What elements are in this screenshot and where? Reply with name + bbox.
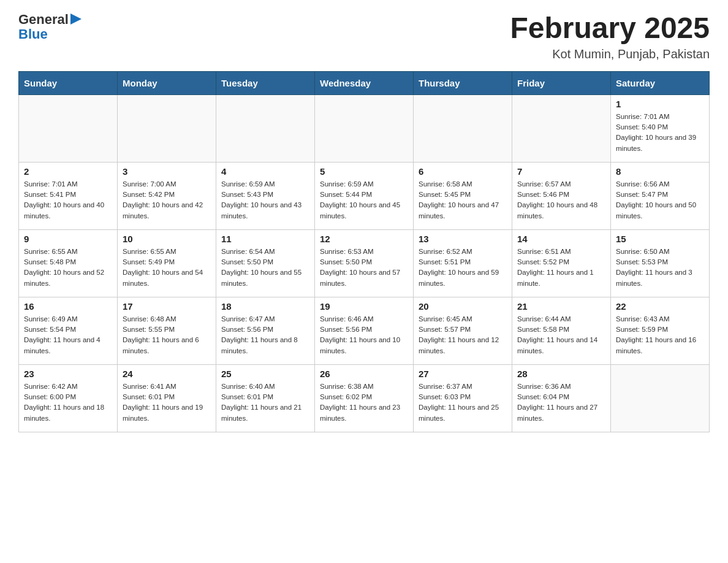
day-of-week-sunday: Sunday bbox=[19, 71, 118, 94]
day-number: 8 bbox=[616, 166, 704, 177]
calendar-cell bbox=[611, 364, 710, 432]
day-number: 26 bbox=[320, 369, 408, 379]
calendar-cell bbox=[19, 94, 118, 162]
calendar-cell: 19Sunrise: 6:46 AMSunset: 5:56 PMDayligh… bbox=[315, 297, 414, 364]
day-number: 21 bbox=[517, 301, 605, 312]
calendar-cell: 15Sunrise: 6:50 AMSunset: 5:53 PMDayligh… bbox=[611, 229, 710, 297]
day-info: Sunrise: 7:01 AMSunset: 5:41 PMDaylight:… bbox=[24, 179, 112, 221]
day-number: 23 bbox=[24, 369, 112, 379]
day-number: 25 bbox=[221, 369, 309, 379]
calendar-cell: 7Sunrise: 6:57 AMSunset: 5:46 PMDaylight… bbox=[512, 162, 611, 229]
logo: General Blue bbox=[18, 12, 82, 42]
calendar-cell: 27Sunrise: 6:37 AMSunset: 6:03 PMDayligh… bbox=[414, 364, 512, 432]
calendar-cell: 20Sunrise: 6:45 AMSunset: 5:57 PMDayligh… bbox=[414, 297, 512, 364]
calendar-cell: 14Sunrise: 6:51 AMSunset: 5:52 PMDayligh… bbox=[512, 229, 611, 297]
day-info: Sunrise: 7:01 AMSunset: 5:40 PMDaylight:… bbox=[616, 112, 704, 154]
calendar-header: SundayMondayTuesdayWednesdayThursdayFrid… bbox=[19, 71, 710, 94]
day-number: 15 bbox=[616, 234, 704, 244]
day-info: Sunrise: 6:48 AMSunset: 5:55 PMDaylight:… bbox=[123, 314, 211, 356]
calendar-body: 1Sunrise: 7:01 AMSunset: 5:40 PMDaylight… bbox=[19, 94, 710, 432]
day-number: 1 bbox=[616, 99, 704, 109]
calendar-cell: 1Sunrise: 7:01 AMSunset: 5:40 PMDaylight… bbox=[611, 94, 710, 162]
week-row-4: 16Sunrise: 6:49 AMSunset: 5:54 PMDayligh… bbox=[19, 297, 710, 364]
calendar-cell: 26Sunrise: 6:38 AMSunset: 6:02 PMDayligh… bbox=[315, 364, 414, 432]
days-of-week-row: SundayMondayTuesdayWednesdayThursdayFrid… bbox=[19, 71, 710, 94]
calendar-cell: 5Sunrise: 6:59 AMSunset: 5:44 PMDaylight… bbox=[315, 162, 414, 229]
day-number: 7 bbox=[517, 166, 605, 177]
calendar-cell: 17Sunrise: 6:48 AMSunset: 5:55 PMDayligh… bbox=[118, 297, 216, 364]
day-number: 28 bbox=[517, 369, 605, 379]
calendar-cell bbox=[414, 94, 512, 162]
calendar-cell: 6Sunrise: 6:58 AMSunset: 5:45 PMDaylight… bbox=[414, 162, 512, 229]
calendar-cell: 24Sunrise: 6:41 AMSunset: 6:01 PMDayligh… bbox=[118, 364, 216, 432]
month-title: February 2025 bbox=[510, 12, 710, 45]
day-number: 9 bbox=[24, 234, 112, 244]
day-of-week-friday: Friday bbox=[512, 71, 611, 94]
day-number: 3 bbox=[123, 166, 211, 177]
day-info: Sunrise: 6:56 AMSunset: 5:47 PMDaylight:… bbox=[616, 179, 704, 221]
day-info: Sunrise: 6:55 AMSunset: 5:49 PMDaylight:… bbox=[123, 247, 211, 289]
day-info: Sunrise: 6:52 AMSunset: 5:51 PMDaylight:… bbox=[419, 247, 507, 289]
week-row-5: 23Sunrise: 6:42 AMSunset: 6:00 PMDayligh… bbox=[19, 364, 710, 432]
location-text: Kot Mumin, Punjab, Pakistan bbox=[510, 47, 710, 61]
day-info: Sunrise: 6:37 AMSunset: 6:03 PMDaylight:… bbox=[419, 381, 507, 424]
day-number: 12 bbox=[320, 234, 408, 244]
day-info: Sunrise: 6:40 AMSunset: 6:01 PMDaylight:… bbox=[221, 381, 309, 424]
day-of-week-wednesday: Wednesday bbox=[315, 71, 414, 94]
svg-marker-0 bbox=[70, 13, 82, 25]
day-info: Sunrise: 6:55 AMSunset: 5:48 PMDaylight:… bbox=[24, 247, 112, 289]
day-of-week-thursday: Thursday bbox=[414, 71, 512, 94]
calendar-cell bbox=[512, 94, 611, 162]
calendar-cell bbox=[216, 94, 315, 162]
day-number: 16 bbox=[24, 301, 112, 312]
calendar-cell: 23Sunrise: 6:42 AMSunset: 6:00 PMDayligh… bbox=[19, 364, 118, 432]
day-info: Sunrise: 6:47 AMSunset: 5:56 PMDaylight:… bbox=[221, 314, 309, 356]
week-row-2: 2Sunrise: 7:01 AMSunset: 5:41 PMDaylight… bbox=[19, 162, 710, 229]
day-number: 10 bbox=[123, 234, 211, 244]
day-info: Sunrise: 6:53 AMSunset: 5:50 PMDaylight:… bbox=[320, 247, 408, 289]
day-info: Sunrise: 6:51 AMSunset: 5:52 PMDaylight:… bbox=[517, 247, 605, 289]
calendar-cell: 10Sunrise: 6:55 AMSunset: 5:49 PMDayligh… bbox=[118, 229, 216, 297]
title-area: February 2025 Kot Mumin, Punjab, Pakista… bbox=[510, 12, 710, 61]
day-info: Sunrise: 6:46 AMSunset: 5:56 PMDaylight:… bbox=[320, 314, 408, 356]
logo-blue-text: Blue bbox=[18, 27, 82, 42]
day-number: 11 bbox=[221, 234, 309, 244]
day-number: 20 bbox=[419, 301, 507, 312]
day-info: Sunrise: 6:41 AMSunset: 6:01 PMDaylight:… bbox=[123, 381, 211, 424]
day-of-week-saturday: Saturday bbox=[611, 71, 710, 94]
calendar-cell: 2Sunrise: 7:01 AMSunset: 5:41 PMDaylight… bbox=[19, 162, 118, 229]
calendar-cell: 25Sunrise: 6:40 AMSunset: 6:01 PMDayligh… bbox=[216, 364, 315, 432]
calendar-cell bbox=[315, 94, 414, 162]
day-number: 4 bbox=[221, 166, 309, 177]
day-info: Sunrise: 6:36 AMSunset: 6:04 PMDaylight:… bbox=[517, 381, 605, 424]
day-info: Sunrise: 6:59 AMSunset: 5:43 PMDaylight:… bbox=[221, 179, 309, 221]
day-info: Sunrise: 6:58 AMSunset: 5:45 PMDaylight:… bbox=[419, 179, 507, 221]
calendar-cell: 12Sunrise: 6:53 AMSunset: 5:50 PMDayligh… bbox=[315, 229, 414, 297]
day-info: Sunrise: 6:43 AMSunset: 5:59 PMDaylight:… bbox=[616, 314, 704, 356]
day-of-week-monday: Monday bbox=[118, 71, 216, 94]
day-info: Sunrise: 6:42 AMSunset: 6:00 PMDaylight:… bbox=[24, 381, 112, 424]
day-info: Sunrise: 6:49 AMSunset: 5:54 PMDaylight:… bbox=[24, 314, 112, 356]
day-info: Sunrise: 6:57 AMSunset: 5:46 PMDaylight:… bbox=[517, 179, 605, 221]
calendar-cell bbox=[118, 94, 216, 162]
day-info: Sunrise: 6:38 AMSunset: 6:02 PMDaylight:… bbox=[320, 381, 408, 424]
week-row-3: 9Sunrise: 6:55 AMSunset: 5:48 PMDaylight… bbox=[19, 229, 710, 297]
day-number: 14 bbox=[517, 234, 605, 244]
calendar-cell: 16Sunrise: 6:49 AMSunset: 5:54 PMDayligh… bbox=[19, 297, 118, 364]
day-of-week-tuesday: Tuesday bbox=[216, 71, 315, 94]
day-info: Sunrise: 6:54 AMSunset: 5:50 PMDaylight:… bbox=[221, 247, 309, 289]
calendar-cell: 9Sunrise: 6:55 AMSunset: 5:48 PMDaylight… bbox=[19, 229, 118, 297]
day-number: 13 bbox=[419, 234, 507, 244]
day-number: 24 bbox=[123, 369, 211, 379]
calendar-cell: 11Sunrise: 6:54 AMSunset: 5:50 PMDayligh… bbox=[216, 229, 315, 297]
day-info: Sunrise: 7:00 AMSunset: 5:42 PMDaylight:… bbox=[123, 179, 211, 221]
day-number: 5 bbox=[320, 166, 408, 177]
day-info: Sunrise: 6:59 AMSunset: 5:44 PMDaylight:… bbox=[320, 179, 408, 221]
logo-general-text: General bbox=[18, 12, 69, 27]
day-number: 18 bbox=[221, 301, 309, 312]
calendar-cell: 4Sunrise: 6:59 AMSunset: 5:43 PMDaylight… bbox=[216, 162, 315, 229]
day-number: 19 bbox=[320, 301, 408, 312]
day-number: 22 bbox=[616, 301, 704, 312]
logo-triangle-icon bbox=[70, 13, 82, 25]
week-row-1: 1Sunrise: 7:01 AMSunset: 5:40 PMDaylight… bbox=[19, 94, 710, 162]
